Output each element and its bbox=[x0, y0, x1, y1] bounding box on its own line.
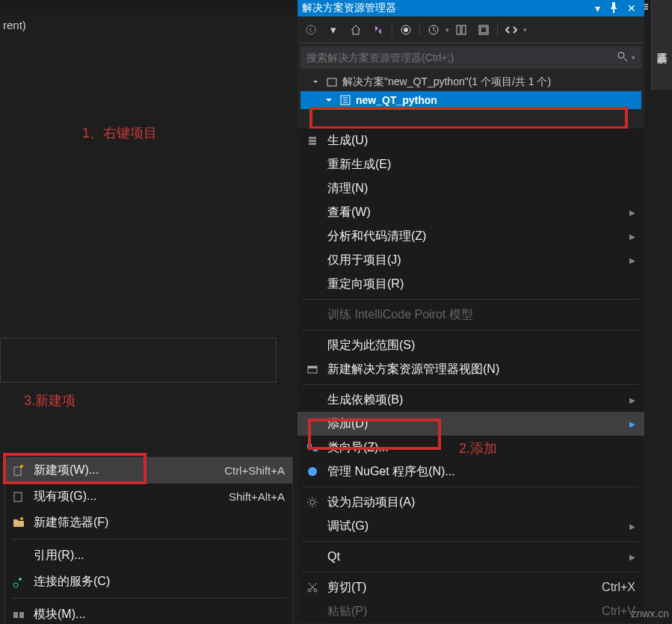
collapse-icon[interactable] bbox=[473, 19, 494, 40]
ctx-paste: 粘贴(P)Ctrl+V bbox=[298, 599, 644, 623]
menu-existing-item[interactable]: 现有项(G)... Shift+Alt+A bbox=[5, 484, 292, 510]
menu-new-filter[interactable]: 新建筛选器(F) bbox=[5, 510, 292, 536]
existing-item-icon bbox=[13, 490, 34, 504]
build-icon bbox=[306, 135, 327, 146]
ctx-debug[interactable]: 调试(G)▶ bbox=[298, 514, 644, 538]
svg-point-11 bbox=[404, 28, 408, 32]
ctx-analyze[interactable]: 分析和代码清理(Z)▶ bbox=[298, 224, 644, 248]
annotation-2: 2.添加 bbox=[459, 439, 497, 457]
panel-titlebar: 解决方案资源管理器 ▾ ✕ bbox=[298, 0, 644, 16]
svg-rect-16 bbox=[481, 27, 487, 33]
ctx-build-deps[interactable]: 生成依赖项(B)▶ bbox=[298, 388, 644, 412]
project-context-menu: 生成(U) 重新生成(E) 清理(N) 查看(W)▶ 分析和代码清理(Z)▶ 仅… bbox=[298, 129, 644, 623]
ctx-nuget[interactable]: 管理 NuGet 程序包(N)... bbox=[298, 460, 644, 484]
back-icon[interactable] bbox=[300, 19, 321, 40]
svg-rect-22 bbox=[309, 143, 316, 145]
svg-rect-20 bbox=[309, 137, 316, 139]
svg-rect-18 bbox=[327, 78, 336, 86]
svg-point-9 bbox=[306, 25, 315, 34]
svg-rect-14 bbox=[462, 25, 466, 34]
ctx-retarget[interactable]: 重定向项目(R) bbox=[298, 272, 644, 296]
ctx-clean[interactable]: 清理(N) bbox=[298, 176, 644, 200]
dropdown-icon[interactable]: ▾ bbox=[591, 2, 604, 14]
folder-icon bbox=[13, 516, 34, 530]
highlight-box-1 bbox=[309, 107, 628, 129]
pin-icon[interactable] bbox=[604, 1, 623, 16]
switch-view-icon[interactable] bbox=[368, 19, 389, 40]
ctx-startup[interactable]: 设为启动项目(A) bbox=[298, 490, 644, 514]
panel-toolbar: ▾ ▾ ▾ bbox=[298, 16, 644, 43]
forward-icon[interactable]: ▾ bbox=[323, 19, 344, 40]
diagnostic-tools-tab[interactable]: 诊断工具 bbox=[651, 0, 672, 90]
ctx-cut[interactable]: 剪切(T)Ctrl+X bbox=[298, 575, 644, 599]
search-icon[interactable] bbox=[617, 51, 629, 65]
svg-rect-3 bbox=[13, 612, 18, 618]
solution-node[interactable]: 解决方案"new_QT_python"(1 个项目/共 1 个) bbox=[300, 73, 641, 91]
svg-rect-1 bbox=[14, 492, 22, 501]
search-input[interactable] bbox=[306, 52, 617, 64]
ctx-build[interactable]: 生成(U) bbox=[298, 129, 644, 152]
watermark: znwx.cn bbox=[631, 608, 669, 620]
menu-module[interactable]: 模块(M)... bbox=[5, 602, 292, 624]
ctx-qt[interactable]: Qt▶ bbox=[298, 545, 644, 569]
svg-rect-13 bbox=[457, 25, 460, 34]
ctx-rebuild[interactable]: 重新生成(E) bbox=[298, 152, 644, 176]
ctx-view[interactable]: 查看(W)▶ bbox=[298, 200, 644, 224]
panel-title: 解决方案资源管理器 bbox=[302, 1, 396, 15]
ctx-scope[interactable]: 限定为此范围(S) bbox=[298, 333, 644, 357]
ctx-project-only[interactable]: 仅用于项目(J)▶ bbox=[298, 248, 644, 272]
home-icon[interactable] bbox=[345, 19, 366, 40]
ctx-new-view[interactable]: 新建解决方案资源管理器视图(N) bbox=[298, 357, 644, 381]
svg-point-27 bbox=[308, 467, 317, 476]
gear-icon bbox=[306, 496, 327, 508]
svg-point-2 bbox=[13, 583, 18, 587]
context-label: rent) bbox=[3, 19, 26, 31]
sync-icon[interactable] bbox=[451, 19, 472, 40]
menu-reference[interactable]: 引用(R)... bbox=[5, 543, 292, 569]
ctx-intellicode: 训练 IntelliCode Poirot 模型 bbox=[298, 303, 644, 327]
annotation-3: 3.新建项 bbox=[24, 392, 75, 410]
menu-connected-service[interactable]: 连接的服务(C) bbox=[5, 569, 292, 595]
svg-point-28 bbox=[310, 500, 315, 504]
search-bar: ▾ bbox=[300, 46, 641, 69]
module-icon bbox=[13, 608, 34, 622]
history-icon[interactable] bbox=[423, 19, 444, 40]
service-icon bbox=[13, 575, 34, 589]
menu-shortcut: Ctrl+Shift+A bbox=[224, 464, 285, 477]
svg-rect-24 bbox=[308, 366, 317, 368]
annotation-1: 1、右键项目 bbox=[82, 124, 157, 142]
highlight-box-3 bbox=[3, 453, 147, 484]
nuget-icon bbox=[306, 466, 327, 478]
filter-icon[interactable] bbox=[395, 19, 416, 40]
svg-point-17 bbox=[618, 52, 624, 58]
highlight-box-2 bbox=[308, 418, 441, 450]
newview-icon bbox=[306, 363, 327, 375]
svg-rect-21 bbox=[309, 140, 316, 142]
svg-rect-4 bbox=[19, 612, 24, 618]
close-icon[interactable]: ✕ bbox=[623, 2, 640, 14]
cut-icon bbox=[306, 581, 327, 593]
code-icon[interactable] bbox=[501, 19, 522, 40]
